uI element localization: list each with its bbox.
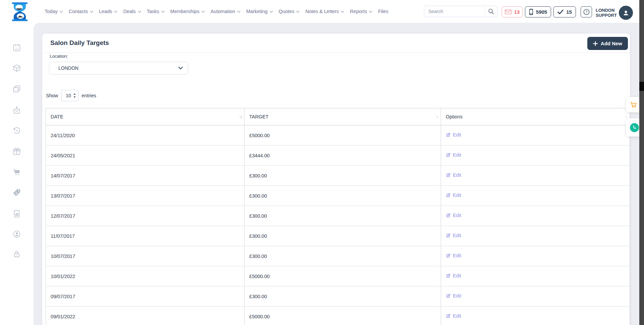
tasks-badge[interactable]: 15 — [553, 6, 576, 17]
nav-item-label: Automation — [211, 9, 235, 14]
show-label: Show — [46, 93, 58, 98]
chevron-down-icon — [138, 11, 141, 13]
edit-link[interactable]: Edit — [446, 273, 461, 278]
nav-item-contacts[interactable]: Contacts — [69, 9, 93, 14]
user-icon — [622, 9, 630, 17]
chevron-down-icon — [270, 11, 273, 13]
nav-item-files[interactable]: Files — [378, 9, 388, 14]
edit-icon — [446, 293, 451, 299]
edit-icon — [446, 253, 451, 258]
nav-item-leads[interactable]: Leads — [99, 9, 118, 14]
price-tag-icon[interactable] — [12, 188, 21, 197]
app-logo-hourglass-icon[interactable] — [11, 2, 29, 21]
location-label: Location: — [50, 54, 68, 59]
cart-icon[interactable] — [12, 168, 21, 177]
messages-badge[interactable]: 13 — [502, 6, 523, 17]
edit-icon — [446, 233, 451, 238]
main-content-area: Salon Daily Targets Add New Location: LO… — [34, 23, 639, 325]
package-icon[interactable] — [12, 64, 21, 73]
help-button[interactable]: ? — [581, 6, 592, 17]
edit-link[interactable]: Edit — [446, 152, 461, 158]
search-input[interactable] — [424, 6, 485, 17]
column-header-date[interactable]: DATE ↑↓ — [46, 108, 245, 125]
edit-link[interactable]: Edit — [446, 213, 461, 218]
salon-daily-targets-card: Salon Daily Targets Add New Location: LO… — [42, 34, 630, 325]
edit-link[interactable]: Edit — [446, 132, 461, 138]
tasks-count: 15 — [566, 9, 572, 15]
column-header-target[interactable]: TARGET ↑↓ — [245, 108, 441, 125]
entries-label: entries — [82, 93, 96, 98]
chevron-down-icon — [114, 11, 117, 13]
nav-item-today[interactable]: Today — [45, 9, 63, 14]
edit-link[interactable]: Edit — [446, 253, 461, 258]
account-icon[interactable] — [12, 230, 21, 239]
edit-link[interactable]: Edit — [446, 293, 461, 299]
lock-icon[interactable] — [12, 250, 21, 259]
target-cell: £300.00 — [245, 186, 441, 206]
nav-item-label: Marketing — [246, 9, 268, 14]
edit-link[interactable]: Edit — [446, 233, 461, 238]
calls-badge[interactable]: 5905 — [525, 6, 551, 17]
date-cell: 24/05/2021 — [46, 146, 245, 166]
targets-table-wrap: DATE ↑↓ TARGET ↑↓ Options ↑↓ 24/11/20 — [46, 108, 630, 325]
page-size-select[interactable]: 10 — [61, 90, 78, 101]
target-cell: £300.00 — [245, 286, 441, 307]
target-cell: £5000.00 — [245, 266, 441, 286]
nav-item-quotes[interactable]: Quotes — [279, 9, 300, 14]
calls-count: 5905 — [536, 9, 547, 15]
search-icon — [488, 8, 494, 15]
messages-count: 13 — [514, 9, 520, 15]
report-icon[interactable] — [12, 209, 21, 218]
nav-item-reports[interactable]: Reports — [350, 9, 372, 14]
page-scrollbar[interactable] — [639, 0, 644, 325]
date-cell: 13/07/2017 — [46, 186, 245, 206]
target-cell: £300.00 — [245, 206, 441, 226]
nav-item-automation[interactable]: Automation — [211, 9, 240, 14]
options-cell: Edit — [441, 286, 630, 307]
target-cell: £5000.00 — [245, 125, 441, 146]
add-new-button[interactable]: Add New — [587, 37, 628, 50]
date-cell: 10/07/2017 — [46, 246, 245, 266]
nav-item-tasks[interactable]: Tasks — [147, 9, 165, 14]
search-button[interactable] — [485, 6, 497, 17]
edit-icon — [446, 273, 451, 278]
column-header-options[interactable]: Options ↑↓ — [441, 108, 630, 125]
nav-item-memberships[interactable]: Memberships — [170, 9, 205, 14]
edit-icon — [446, 153, 451, 158]
history-icon[interactable] — [12, 126, 21, 135]
table-row: 12/07/2017£300.00Edit — [46, 206, 630, 226]
edit-icon — [446, 213, 451, 218]
table-row: 14/07/2017£300.00Edit — [46, 166, 630, 186]
table-row: 10/01/2022£5000.00Edit — [46, 266, 630, 286]
date-cell: 09/07/2017 — [46, 286, 245, 307]
options-cell: Edit — [441, 166, 630, 186]
scrollbar-thumb[interactable] — [639, 82, 644, 91]
gift-icon[interactable] — [12, 147, 21, 156]
edit-icon — [446, 132, 451, 138]
nav-item-label: Reports — [350, 9, 367, 14]
copies-icon[interactable] — [12, 85, 21, 94]
chevron-down-icon — [296, 11, 300, 13]
nav-item-marketing[interactable]: Marketing — [246, 9, 273, 14]
options-cell: Edit — [441, 146, 630, 166]
date-cell: 09/01/2022 — [46, 307, 245, 325]
sort-arrows-icon: ↑↓ — [625, 115, 627, 119]
location-select[interactable]: LONDON — [49, 62, 188, 74]
chevron-down-icon — [237, 11, 240, 13]
avatar[interactable] — [619, 6, 633, 20]
nav-item-deals[interactable]: Deals — [123, 9, 141, 14]
svg-text:?: ? — [585, 10, 587, 14]
table-row: 24/05/2021£3444.00Edit — [46, 146, 630, 166]
bag-return-icon[interactable] — [12, 105, 21, 114]
edit-link[interactable]: Edit — [446, 172, 461, 178]
user-name: LONDON SUPPORT — [596, 8, 617, 18]
chevron-down-icon — [60, 11, 63, 13]
nav-item-label: Deals — [123, 9, 136, 14]
target-cell: £300.00 — [245, 166, 441, 186]
header-divider — [42, 53, 630, 53]
date-cell: 10/01/2022 — [46, 266, 245, 286]
calendar-icon[interactable] — [12, 43, 21, 52]
nav-item-notes-letters[interactable]: Notes & Letters — [305, 9, 344, 14]
edit-link[interactable]: Edit — [446, 193, 461, 198]
edit-link[interactable]: Edit — [446, 313, 461, 319]
